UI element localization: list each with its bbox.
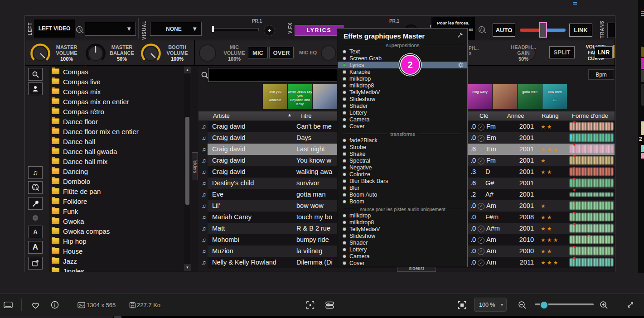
folder-item[interactable]: Dance hall mix	[49, 156, 198, 166]
folder-item[interactable]: Funk	[49, 206, 198, 216]
effects-menu-item[interactable]: Slideshow	[338, 96, 467, 102]
folder-item[interactable]: Compas mix	[49, 87, 198, 96]
folder-item[interactable]: House	[49, 246, 198, 256]
folder-item[interactable]: Dance hall gwada	[49, 146, 198, 156]
folders-scroll-down[interactable]: ▼	[184, 264, 191, 271]
visual-dropdown[interactable]: NONE ▼	[150, 22, 202, 36]
album-art-thumbnail[interactable]: love youAnakain	[263, 84, 287, 109]
effects-menu-item[interactable]: Lottery	[338, 246, 467, 253]
effects-menu-item[interactable]: Cover	[338, 260, 467, 266]
effects-menu-item[interactable]: TellyMediaV	[338, 226, 467, 232]
effects-menu-item[interactable]: Colorize	[338, 171, 467, 178]
folder-item[interactable]: Hip hop	[49, 236, 198, 246]
left-video-button[interactable]: LEFT VIDEO	[34, 19, 75, 38]
folder-item[interactable]: Folklore	[49, 196, 198, 206]
text-small-icon[interactable]: A	[28, 226, 43, 238]
ocr-text-actions-icon[interactable]	[325, 300, 334, 309]
lnr-button[interactable]: LNR	[595, 46, 613, 58]
split-button[interactable]: SPLIT	[549, 46, 575, 58]
folder-item[interactable]: Dance floor mix en entier	[49, 126, 198, 136]
folders-scrollbar-thumb[interactable]	[185, 117, 189, 205]
music-icon[interactable]: ♫	[28, 166, 43, 179]
over-button[interactable]: OVER	[269, 47, 294, 58]
folder-item[interactable]: Flûte de pan	[49, 186, 198, 196]
filmstrip-toggle-icon[interactable]	[4, 300, 13, 309]
mic-eq-knob[interactable]	[320, 45, 337, 61]
effects-menu-item[interactable]: Boom Auto	[338, 191, 467, 198]
album-art-thumbnail[interactable]: gotta men	[518, 84, 542, 109]
friends-icon[interactable]	[28, 82, 43, 95]
effects-menu-item[interactable]: milkdrop8	[338, 219, 467, 226]
effects-menu-item[interactable]: Lottery	[338, 109, 467, 116]
video-reel-rail-icon[interactable]	[28, 181, 43, 194]
album-art-thumbnail[interactable]	[313, 84, 337, 109]
preset-slider-handle[interactable]	[212, 26, 214, 32]
master-balance-knob[interactable]	[85, 43, 106, 64]
karaoke-mic-icon[interactable]	[28, 197, 43, 210]
folder-item[interactable]: Gwoka	[49, 216, 198, 226]
zoom-in-icon[interactable]	[599, 300, 608, 309]
pin-icon[interactable]	[457, 32, 464, 39]
album-art-thumbnail[interactable]: hing wavy	[468, 84, 492, 109]
favorite-heart-icon[interactable]	[31, 300, 40, 309]
zoom-level-dropdown[interactable]: 100 % ▾	[474, 298, 507, 312]
effects-menu-item[interactable]: Shake	[338, 150, 467, 157]
folder-item[interactable]: Compas rétro	[49, 106, 198, 116]
effects-menu-item[interactable]: Spectral	[338, 157, 467, 164]
album-art-thumbnail[interactable]: bow wowLE	[542, 84, 567, 109]
folder-item[interactable]: Gwoka compas	[49, 226, 198, 236]
popout-window-icon[interactable]	[28, 257, 43, 270]
folders-scroll-up[interactable]: ▲	[184, 67, 191, 73]
record-dot-icon[interactable]	[33, 215, 38, 221]
folder-item[interactable]: Dancing	[49, 166, 198, 176]
folders-splitter-tab[interactable]: folders	[192, 152, 198, 180]
tracklist-search-input[interactable]	[208, 68, 347, 82]
search-icon[interactable]	[28, 68, 43, 81]
bpm-sort-button[interactable]: Bpm	[588, 69, 614, 80]
vfx-lyrics-button[interactable]: LYRICS	[295, 25, 344, 36]
effects-menu-item[interactable]: Boom	[338, 198, 467, 205]
folder-item[interactable]: Jazz	[49, 256, 198, 266]
mic-volume-knob[interactable]	[199, 44, 217, 62]
effects-menu-item[interactable]: Strobe	[338, 144, 467, 150]
mic-button[interactable]: MIC	[248, 47, 268, 58]
crossfader-handle[interactable]	[539, 22, 547, 38]
effects-menu-item[interactable]: Camera	[338, 116, 467, 123]
gear-icon[interactable]	[458, 62, 464, 68]
folder-item[interactable]: Dombolo	[49, 176, 198, 186]
visual-search-icon[interactable]	[305, 300, 315, 309]
text-large-icon[interactable]: A	[28, 241, 43, 254]
effects-menu-item[interactable]: Negative	[338, 164, 467, 171]
folder-item[interactable]: Compas	[49, 67, 198, 77]
info-icon[interactable]	[50, 300, 59, 309]
preset-slider-left[interactable]	[212, 28, 259, 31]
trans-button-clipped[interactable]	[607, 23, 615, 38]
effects-menu-item[interactable]: milkdrop8	[338, 82, 467, 89]
folder-item[interactable]: Dance floor	[49, 116, 198, 126]
effects-menu-item[interactable]: fade2Black	[338, 137, 467, 144]
folder-item[interactable]: Jingles	[49, 266, 198, 272]
album-art-thumbnail[interactable]	[493, 84, 517, 109]
effects-menu-item[interactable]: Text	[338, 48, 467, 55]
left-video-source-dropdown[interactable]: ▼	[85, 22, 136, 36]
zoom-slider-thumb[interactable]	[540, 301, 548, 309]
effects-menu-item[interactable]: Blur Black Bars	[338, 178, 467, 184]
effects-menu-item[interactable]: milkdrop	[338, 212, 467, 219]
effects-menu-item[interactable]: Cover	[338, 123, 467, 130]
folder-item[interactable]: Compas mix en entier	[49, 96, 198, 106]
zoom-out-icon[interactable]	[518, 300, 527, 309]
link-button[interactable]: LINK	[569, 24, 592, 37]
folder-item[interactable]: Dance hall	[49, 136, 198, 146]
plus-button[interactable]: +	[264, 25, 275, 36]
fullscreen-icon[interactable]	[626, 300, 635, 309]
effects-menu-item[interactable]: milkdrop	[338, 75, 467, 82]
fit-to-window-icon[interactable]	[457, 300, 466, 309]
effects-menu-item[interactable]: Camera	[338, 253, 467, 260]
folder-item[interactable]: Compas live	[49, 77, 198, 87]
master-volume-knob[interactable]	[30, 43, 51, 64]
effects-menu-item[interactable]: Blur	[338, 184, 467, 191]
effects-menu-item[interactable]: Shader	[338, 102, 467, 109]
effects-menu-item[interactable]: Slideshow	[338, 232, 467, 239]
auto-button[interactable]: AUTO	[493, 24, 515, 37]
album-art-thumbnail[interactable]: when Jesus say yesBeyoncé and Kelly	[288, 84, 312, 109]
